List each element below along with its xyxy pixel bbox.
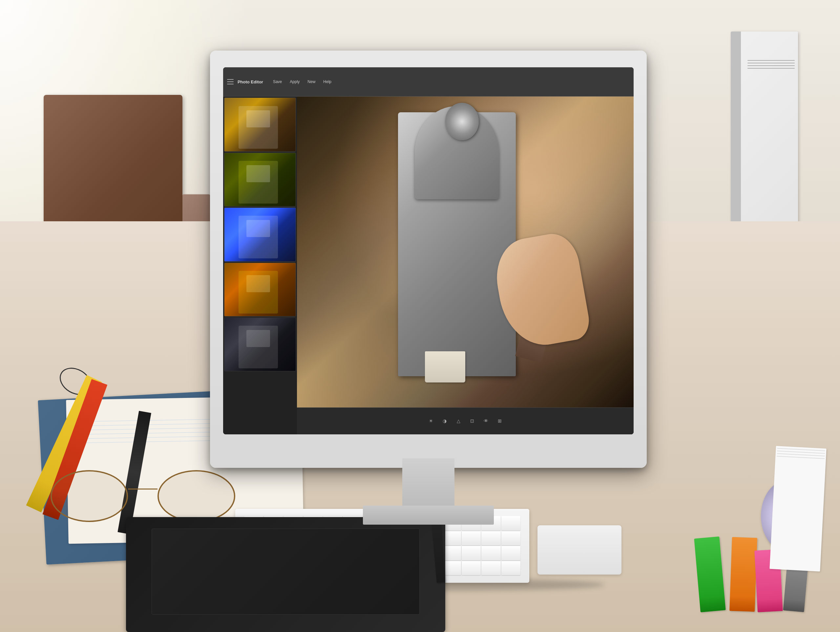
key xyxy=(462,561,481,575)
monitor-stand-base xyxy=(363,505,494,525)
coffee-machine-knob xyxy=(445,103,479,140)
thumb-inner-3 xyxy=(224,208,296,261)
receipt-paper xyxy=(770,446,827,572)
key xyxy=(501,546,520,561)
transform-tool-icon[interactable]: △ xyxy=(455,417,462,425)
drawing-tablet[interactable] xyxy=(126,517,445,632)
canvas-area[interactable]: Histogram xyxy=(297,97,634,407)
menubar: Photo Editor Save Apply New Help xyxy=(223,67,634,97)
editor-body: Histogram xyxy=(223,97,634,434)
monitor-frame: Photo Editor Save Apply New Help xyxy=(210,51,647,468)
app-title: Photo Editor xyxy=(238,79,263,84)
main-photo xyxy=(297,97,634,407)
brightness-tool-icon[interactable]: ☀ xyxy=(427,417,434,425)
glasses-left-lens xyxy=(51,470,128,522)
key xyxy=(462,546,481,561)
key xyxy=(501,561,520,575)
thumb-machine-5 xyxy=(238,326,278,368)
eye-tool-icon[interactable]: 👁 xyxy=(482,417,489,425)
thumb-machine-3 xyxy=(238,216,278,258)
key xyxy=(462,531,481,546)
thumbnail-5[interactable] xyxy=(224,317,296,371)
thumb-machine-4 xyxy=(238,271,278,314)
apply-menu-item[interactable]: Apply xyxy=(286,78,303,85)
layers-tool-icon[interactable]: ⊞ xyxy=(496,417,503,425)
receipt-line xyxy=(777,453,824,456)
key xyxy=(482,531,501,546)
tablet-surface xyxy=(152,529,420,615)
thumb-inner-5 xyxy=(224,318,296,371)
thumb-machine-1 xyxy=(238,106,278,149)
contrast-tool-icon[interactable]: ◑ xyxy=(441,417,448,425)
thumbnail-sidebar xyxy=(223,97,297,434)
thumb-inner-1 xyxy=(224,98,296,151)
thumb-inner-4 xyxy=(224,263,296,316)
thumb-inner-2 xyxy=(224,153,296,206)
glasses-bridge xyxy=(128,488,158,489)
receipt-line xyxy=(777,448,825,451)
key xyxy=(501,531,520,546)
thumbnail-2[interactable] xyxy=(224,153,296,206)
crop-tool-icon[interactable]: ⊡ xyxy=(469,417,476,425)
toolbar-bottom: ☀ ◑ △ ⊡ 👁 ⊞ xyxy=(297,407,634,434)
main-canvas: Histogram xyxy=(297,97,634,434)
thumbnail-1[interactable] xyxy=(224,98,296,151)
new-menu-item[interactable]: New xyxy=(304,78,319,85)
key xyxy=(482,546,501,561)
editor-application: Photo Editor Save Apply New Help xyxy=(223,67,634,434)
trackpad[interactable] xyxy=(537,525,622,575)
help-menu-item[interactable]: Help xyxy=(320,78,335,85)
thumbnail-4[interactable] xyxy=(224,263,296,317)
monitor-screen: Photo Editor Save Apply New Help xyxy=(223,67,634,434)
receipt-line xyxy=(777,456,824,459)
marker-green xyxy=(694,537,725,612)
scene-background: Photo Editor Save Apply New Help xyxy=(0,0,840,632)
thumb-machine-2 xyxy=(238,161,278,204)
thumbnail-3[interactable] xyxy=(224,207,296,261)
app-icon xyxy=(227,79,234,84)
monitor: Photo Editor Save Apply New Help xyxy=(210,51,647,525)
coffee-cup xyxy=(425,351,465,382)
binder-lines xyxy=(747,60,794,71)
receipt-line xyxy=(777,450,824,454)
key xyxy=(482,561,501,575)
save-menu-item[interactable]: Save xyxy=(270,78,285,85)
